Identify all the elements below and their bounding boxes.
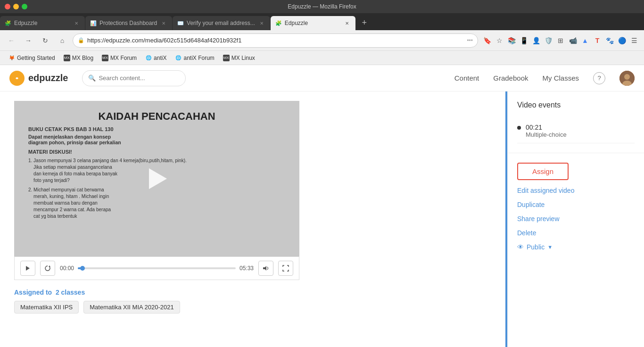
window-title: Edpuzzle — Mozilla Firefox (288, 3, 356, 10)
assigned-label: Assigned to 2 classes (14, 289, 299, 296)
class-tag-2: Matematika XII MIA 2020-2021 (83, 301, 180, 314)
nav-my-classes[interactable]: My Classes (542, 74, 579, 82)
maximize-button[interactable] (22, 4, 27, 9)
minimize-button[interactable] (13, 4, 19, 9)
user-avatar[interactable] (619, 71, 635, 86)
tab-close-1[interactable]: ✕ (73, 19, 80, 27)
tab-label-1: Edpuzzle (14, 20, 37, 26)
tab-close-4[interactable]: ✕ (343, 19, 351, 27)
close-button[interactable] (5, 4, 10, 9)
video-subtitle: BUKU CETAK PKS BAB 3 HAL 130 (28, 126, 285, 132)
mx-blog-favicon: MX (64, 55, 70, 61)
current-time: 00:00 (60, 265, 74, 272)
user-circle-icon[interactable]: 🔵 (617, 35, 627, 46)
assigned-text: Assigned to (14, 289, 52, 296)
bookmark-getting-started[interactable]: 🦊 Getting Started (5, 53, 59, 63)
shield-icon[interactable]: 🛡️ (543, 35, 553, 46)
new-tab-button[interactable]: + (358, 16, 371, 29)
antix-favicon: 🌐 (145, 55, 152, 61)
sidebar: Video events 00:21 Multiple-choice Assig… (507, 91, 644, 347)
bookmark-antix[interactable]: 🌐 antiX (141, 53, 170, 63)
sidebar-inner: Video events 00:21 Multiple-choice (508, 91, 644, 153)
fullscreen-button[interactable] (278, 261, 293, 276)
public-toggle[interactable]: 👁 Public ▼ (517, 243, 635, 251)
tab-edpuzzle-active[interactable]: 🧩 Edpuzzle ✕ (271, 16, 355, 30)
mx-linux-favicon: MX (223, 55, 230, 61)
assign-button[interactable]: Assign (517, 163, 569, 180)
video-events-title: Video events (517, 101, 635, 109)
tab-favicon-4: 🧩 (275, 20, 282, 26)
video-controls: 00:00 05:33 (14, 256, 299, 280)
logo-icon (9, 71, 25, 86)
video-section: MATERI DISKUSI! (28, 149, 285, 155)
svg-marker-5 (49, 265, 50, 267)
tab-close-3[interactable]: ✕ (258, 19, 265, 27)
tab-close-2[interactable]: ✕ (160, 19, 167, 27)
star-icon[interactable]: ☆ (494, 35, 504, 46)
tablet-icon[interactable]: 📱 (519, 35, 529, 46)
bookmark-antix-forum[interactable]: 🌐 antiX Forum (171, 53, 218, 63)
duplicate-link[interactable]: Duplicate (517, 201, 635, 208)
library-icon[interactable]: 📚 (506, 35, 517, 46)
tab-label-2: Protections Dashboard (99, 20, 157, 26)
bookmark-getting-started-label: Getting Started (17, 55, 55, 61)
bookmark-icon[interactable]: 🔖 (482, 35, 492, 46)
tab-edpuzzle-1[interactable]: 🧩 Edpuzzle ✕ (0, 16, 85, 30)
progress-bar-container: 00:00 05:33 (60, 265, 254, 272)
mx-forum-favicon: MX (102, 55, 108, 61)
reload-button[interactable]: ↻ (39, 34, 52, 47)
page-content: edpuzzle 🔍 Content Gradebook My Classes … (0, 65, 644, 347)
event-info: 00:21 Multiple-choice (526, 124, 635, 138)
tab-label-3: Verify your email address... (187, 20, 255, 26)
bookmarks-bar: 🦊 Getting Started MX MX Blog MX MX Forum… (0, 51, 644, 65)
forward-button[interactable]: → (22, 34, 35, 47)
tab-label-4: Edpuzzle (285, 20, 308, 26)
edit-assigned-link[interactable]: Edit assigned video (517, 187, 635, 194)
delete-link[interactable]: Delete (517, 229, 635, 237)
tab-favicon-1: 🧩 (5, 20, 11, 26)
paw-icon[interactable]: 🐾 (604, 35, 615, 46)
extensions-icon[interactable]: ⊞ (555, 35, 566, 46)
bookmark-mx-forum[interactable]: MX MX Forum (98, 53, 140, 63)
antix-forum-favicon: 🌐 (175, 55, 182, 61)
bookmark-mx-blog-label: MX Blog (72, 55, 93, 61)
bookmark-mx-linux-label: MX Linux (231, 55, 255, 61)
address-bar[interactable]: 🔒 https://edpuzzle.com/media/602c515d648… (73, 33, 478, 48)
nav-right-icons: 🔖 ☆ 📚 📱 👤 🛡️ ⊞ 📹 ▲ T 🐾 🔵 ☰ (482, 35, 639, 46)
play-pause-button[interactable] (20, 261, 35, 276)
volume-button[interactable] (258, 261, 273, 276)
bookmark-mx-linux[interactable]: MX MX Linux (219, 53, 259, 63)
nav-gradebook[interactable]: Gradebook (493, 74, 528, 82)
bookmark-mx-forum-label: MX Forum (110, 55, 137, 61)
main-body: KAIDAH PENCACAHAN BUKU CETAK PKS BAB 3 H… (0, 91, 644, 347)
progress-track[interactable] (78, 267, 236, 269)
drive-icon[interactable]: ▲ (580, 35, 590, 46)
more-options-icon: ••• (467, 37, 473, 44)
video-call-icon[interactable]: 📹 (568, 35, 578, 46)
event-type: Multiple-choice (526, 131, 635, 138)
edpuzzle-header: edpuzzle 🔍 Content Gradebook My Classes … (0, 65, 644, 91)
bookmark-mx-blog[interactable]: MX MX Blog (60, 53, 97, 63)
help-button[interactable]: ? (593, 72, 605, 84)
search-input[interactable] (99, 74, 180, 82)
back-button[interactable]: ← (5, 34, 18, 47)
play-button-overlay[interactable] (143, 165, 171, 193)
replay-button[interactable] (40, 261, 55, 276)
bookmark-antix-label: antiX (154, 55, 166, 61)
text-icon[interactable]: T (592, 35, 603, 46)
nav-content[interactable]: Content (454, 74, 479, 82)
share-preview-link[interactable]: Share preview (517, 215, 635, 223)
class-tags: Matematika XII IPS Matematika XII MIA 20… (14, 301, 299, 314)
sidebar-actions: Assign Edit assigned video Duplicate Sha… (508, 153, 644, 260)
tab-protections[interactable]: 📊 Protections Dashboard ✕ (85, 16, 172, 30)
progress-thumb (80, 266, 85, 271)
eye-icon: 👁 (517, 243, 524, 251)
edpuzzle-logo[interactable]: edpuzzle (9, 71, 68, 86)
menu-button[interactable]: ☰ (629, 35, 639, 46)
profile-icon[interactable]: 👤 (531, 35, 541, 46)
event-time: 00:21 (526, 124, 635, 131)
event-dot (517, 126, 521, 130)
tab-verify[interactable]: ✉️ Verify your email address... ✕ (173, 16, 270, 30)
home-button[interactable]: ⌂ (56, 34, 69, 47)
search-bar[interactable]: 🔍 (82, 70, 186, 86)
